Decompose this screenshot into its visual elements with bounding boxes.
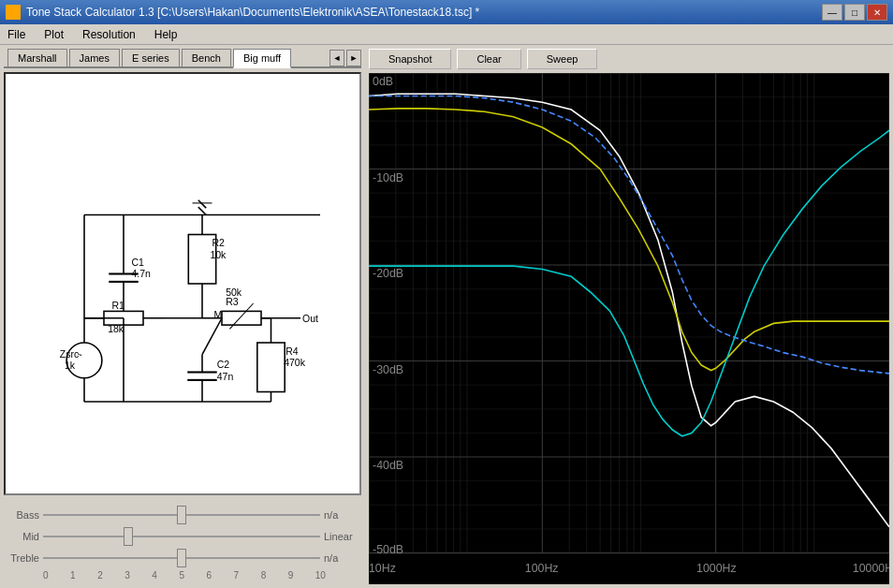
right-panel: Snapshot Clear Sweep [365, 45, 893, 588]
mid-slider[interactable] [43, 527, 320, 546]
frequency-chart: 0dB -10dB -20dB -30dB -40dB -50dB 10Hz 1… [369, 73, 889, 584]
mid-label: Mid [4, 531, 39, 542]
svg-rect-38 [257, 343, 285, 392]
svg-text:R3: R3 [226, 296, 239, 307]
svg-text:47n: 47n [217, 371, 234, 382]
menu-file[interactable]: File [4, 27, 29, 42]
sweep-button[interactable]: Sweep [527, 49, 598, 69]
menu-bar: File Plot Resolution Help [0, 24, 893, 45]
svg-text:C2: C2 [217, 359, 230, 370]
svg-text:-50dB: -50dB [373, 541, 403, 556]
svg-rect-24 [222, 311, 261, 325]
svg-text:Out: Out [302, 313, 318, 324]
minimize-button[interactable]: — [822, 4, 842, 21]
svg-text:4.7n: 4.7n [131, 268, 151, 279]
svg-text:-30dB: -30dB [373, 361, 403, 376]
svg-text:C1: C1 [131, 257, 144, 268]
treble-label: Treble [4, 552, 39, 564]
mid-value: Linear [324, 531, 361, 542]
title-bar: Tone Stack Calculator 1.3 [C:\Users\Haka… [0, 0, 893, 24]
left-panel: Marshall James E series Bench Big muff ◄… [0, 45, 365, 588]
svg-text:50k: 50k [226, 287, 242, 298]
svg-text:-20dB: -20dB [373, 266, 403, 281]
scale-row: 0 1 2 3 4 5 6 7 8 9 10 [4, 570, 361, 581]
svg-text:10k: 10k [210, 249, 227, 260]
svg-text:R4: R4 [285, 345, 299, 357]
title-controls: — □ ✕ [822, 4, 887, 21]
bass-slider[interactable] [43, 506, 320, 524]
svg-text:R2: R2 [212, 237, 226, 248]
svg-text:Zsrc: Zsrc [60, 348, 79, 360]
tab-marshall[interactable]: Marshall [7, 49, 67, 66]
controls-area: Bass n/a Mid Linear Treble n/a 0 1 2 3 4… [4, 499, 361, 584]
window-title: Tone Stack Calculator 1.3 [C:\Users\Haka… [26, 6, 479, 19]
svg-text:18k: 18k [108, 324, 124, 335]
clear-button[interactable]: Clear [457, 49, 520, 69]
tab-james[interactable]: James [69, 49, 120, 66]
tab-bench[interactable]: Bench [182, 49, 231, 66]
svg-text:-10dB: -10dB [373, 169, 403, 184]
bass-control-row: Bass n/a [4, 506, 361, 524]
svg-text:R1: R1 [111, 300, 124, 311]
svg-text:1000Hz: 1000Hz [696, 560, 737, 575]
treble-slider[interactable] [43, 549, 320, 567]
tab-bigmuff[interactable]: Big muff [233, 49, 291, 68]
toolbar: Snapshot Clear Sweep [369, 49, 889, 69]
svg-text:10Hz: 10Hz [369, 560, 396, 575]
app-icon [6, 5, 21, 20]
svg-text:470k: 470k [284, 357, 306, 368]
snapshot-button[interactable]: Snapshot [369, 49, 451, 69]
menu-help[interactable]: Help [151, 27, 182, 42]
maximize-button[interactable]: □ [844, 4, 865, 21]
svg-text:-40dB: -40dB [373, 458, 403, 473]
tabs-bar: Marshall James E series Bench Big muff ◄… [4, 49, 361, 68]
svg-text:0dB: 0dB [373, 74, 393, 89]
menu-plot[interactable]: Plot [40, 27, 67, 42]
svg-text:1k: 1k [65, 360, 76, 371]
svg-rect-53 [369, 73, 889, 584]
svg-text:100Hz: 100Hz [525, 560, 559, 575]
tab-eseries[interactable]: E series [122, 49, 180, 66]
tab-arrow-left[interactable]: ◄ [329, 50, 344, 66]
tab-arrow-right[interactable]: ► [346, 50, 361, 66]
bass-label: Bass [4, 509, 39, 521]
menu-resolution[interactable]: Resolution [79, 27, 139, 42]
mid-control-row: Mid Linear [4, 527, 361, 546]
treble-value: n/a [324, 552, 361, 564]
close-button[interactable]: ✕ [867, 4, 887, 21]
circuit-diagram: C1 4.7n R1 18k R2 10k Mid (tone [4, 72, 361, 495]
treble-control-row: Treble n/a [4, 549, 361, 567]
main-container: Marshall James E series Bench Big muff ◄… [0, 45, 893, 588]
svg-rect-0 [6, 137, 359, 432]
bass-value: n/a [324, 509, 361, 521]
svg-text:10000Hz: 10000Hz [853, 560, 889, 575]
